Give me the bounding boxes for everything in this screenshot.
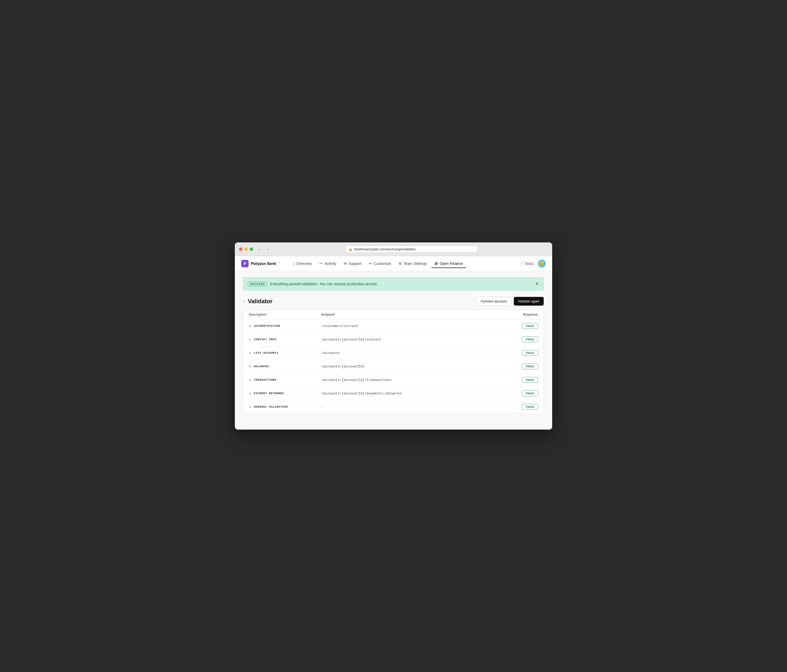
pass-badge-0: PASS (522, 323, 538, 329)
lock-icon: 🔒 (349, 248, 352, 251)
brand-logo: P (241, 260, 248, 267)
description-cell-1: ∨ CONTACT INFO (249, 338, 321, 341)
chevron-down-icon[interactable]: ∨ (249, 324, 251, 328)
response-cell-1: PASS (466, 336, 539, 342)
nav-right: 📄 Docs 😊 (519, 260, 546, 268)
activity-icon: 〜 (319, 261, 323, 266)
pass-badge-6: PASS (522, 404, 538, 410)
validator-table: Description Endpoint Response ∨ AUTHENTI… (243, 310, 544, 414)
response-cell-2: PASS (466, 350, 539, 356)
pass-badge-2: PASS (522, 350, 538, 356)
close-banner-button[interactable]: ✕ (535, 281, 539, 287)
docs-icon: 📄 (519, 262, 524, 266)
description-cell-5: ∨ PAYMENT NETWORKS (249, 391, 321, 395)
success-badge: SUCCESS (248, 282, 267, 286)
traffic-lights (239, 248, 253, 251)
app: P Platypus Bank ⌃ ⌂ Overview 〜 Activity … (235, 256, 552, 429)
table-row: ∨ CONTACT INFO /accounts/{accountId}/con… (243, 333, 544, 346)
minimize-button[interactable] (244, 248, 248, 251)
team-settings-icon: ⚙ (398, 262, 402, 266)
response-cell-4: PASS (466, 377, 539, 383)
validator-title-group: ‹ Validator (243, 298, 272, 305)
brand-chevron-icon: ⌃ (278, 262, 281, 265)
nav-item-team-settings-label: Team Settings (403, 262, 427, 266)
table-row: ∨ TRANSACTIONS /accounts/{accountId}/tra… (243, 373, 544, 387)
brand[interactable]: P Platypus Bank ⌃ (241, 260, 281, 267)
description-cell-0: ∨ AUTHENTICATION (249, 324, 321, 328)
table-row: ∨ AUTHENTICATION /customers/current PASS (243, 319, 544, 333)
browser-chrome: ← → 🔒 dashboard.plaid.com/exchange/valid… (235, 243, 552, 256)
pass-badge-4: PASS (522, 377, 538, 383)
description-cell-4: ∨ TRANSACTIONS (249, 378, 321, 382)
pass-badge-1: PASS (522, 336, 538, 342)
endpoint-cell-5: /accounts/{accountId}/payments-networks (321, 391, 466, 396)
description-label-4: TRANSACTIONS (254, 378, 277, 382)
customize-icon: ✏ (369, 262, 372, 266)
chevron-down-icon[interactable]: ∨ (249, 391, 251, 395)
nav-item-activity-label: Activity (324, 262, 336, 266)
endpoint-cell-4: /accounts/{accountId}/transactions (321, 378, 466, 382)
validator-header: ‹ Validator Connect account Validate aga… (243, 297, 544, 306)
response-cell-3: PASS (466, 363, 539, 369)
nav-item-open-finance-label: Open Finance (440, 262, 463, 266)
header-endpoint: Endpoint (321, 313, 466, 316)
nav-item-support[interactable]: ✉ Support (341, 259, 365, 268)
header-description: Description (249, 313, 321, 316)
description-cell-6: ∨ GENERAL VALIDATION (249, 405, 321, 409)
nav-item-customize[interactable]: ✏ Customize (366, 259, 394, 268)
description-cell-3: ∨ BALANCES (249, 364, 321, 368)
nav-item-activity[interactable]: 〜 Activity (316, 259, 339, 268)
description-label-6: GENERAL VALIDATION (254, 405, 288, 409)
endpoint-cell-2: /accounts (321, 351, 466, 355)
nav-item-overview-label: Overview (296, 262, 312, 266)
validator-actions: Connect account Validate again (476, 297, 544, 306)
table-row: ∨ GENERAL VALIDATION - PASS (243, 400, 544, 413)
support-icon: ✉ (344, 262, 347, 266)
validate-again-button[interactable]: Validate again (514, 297, 544, 306)
chevron-down-icon[interactable]: ∨ (249, 351, 251, 355)
overview-icon: ⌂ (292, 262, 295, 266)
response-cell-6: PASS (466, 404, 539, 410)
main-content: SUCCESS Everything passed validation. Yo… (235, 271, 552, 429)
table-header: Description Endpoint Response (243, 310, 544, 319)
chevron-down-icon[interactable]: ∨ (249, 364, 251, 368)
back-arrow[interactable]: ‹ (243, 299, 245, 304)
open-finance-icon: 🏛 (435, 262, 438, 266)
success-banner: SUCCESS Everything passed validation. Yo… (243, 277, 544, 290)
back-button[interactable]: ← (256, 246, 262, 252)
chevron-down-icon[interactable]: ∨ (249, 338, 251, 341)
description-label-3: BALANCES (254, 365, 269, 368)
docs-link[interactable]: 📄 Docs (519, 262, 534, 266)
url-text: dashboard.plaid.com/exchange/validator (354, 247, 416, 251)
table-row: ∨ BALANCES /accounts/{accountId} PASS (243, 360, 544, 373)
nav-item-open-finance[interactable]: 🏛 Open Finance (431, 259, 466, 268)
brand-name: Platypus Bank (251, 262, 276, 266)
nav-item-team-settings[interactable]: ⚙ Team Settings (395, 259, 430, 268)
response-cell-0: PASS (466, 323, 539, 329)
description-label-0: AUTHENTICATION (254, 324, 280, 328)
description-label-1: CONTACT INFO (254, 338, 277, 341)
connect-account-button[interactable]: Connect account (476, 297, 511, 306)
nav-items: ⌂ Overview 〜 Activity ✉ Support ✏ Custom… (289, 259, 517, 268)
nav-item-overview[interactable]: ⌂ Overview (289, 259, 315, 268)
endpoint-cell-1: /accounts/{accountId}/contact (321, 338, 466, 342)
chevron-down-icon[interactable]: ∨ (249, 378, 251, 382)
forward-button[interactable]: → (265, 246, 271, 252)
docs-label: Docs (525, 262, 534, 266)
description-label-2: LIST ACCOUNTS (254, 351, 278, 355)
address-bar[interactable]: 🔒 dashboard.plaid.com/exchange/validator (345, 246, 477, 253)
browser-window: ← → 🔒 dashboard.plaid.com/exchange/valid… (235, 243, 552, 429)
description-cell-2: ∨ LIST ACCOUNTS (249, 351, 321, 355)
response-cell-5: PASS (466, 390, 539, 396)
chevron-down-icon[interactable]: ∨ (249, 405, 251, 409)
header-response: Response (466, 313, 539, 316)
close-button[interactable] (239, 248, 242, 251)
endpoint-cell-0: /customers/current (321, 324, 466, 328)
endpoint-cell-3: /accounts/{accountId} (321, 364, 466, 369)
page-title: Validator (248, 298, 272, 305)
maximize-button[interactable] (250, 248, 253, 251)
table-row: ∨ LIST ACCOUNTS /accounts PASS (243, 346, 544, 360)
top-nav: P Platypus Bank ⌃ ⌂ Overview 〜 Activity … (235, 256, 552, 271)
success-message: Everything passed validation. You can re… (270, 282, 531, 286)
avatar[interactable]: 😊 (538, 260, 546, 268)
